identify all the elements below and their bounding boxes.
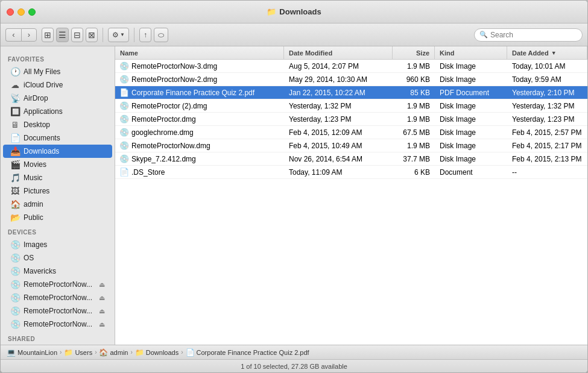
- file-list: 💿 RemoteProctorNow-3.dmg Aug 5, 2014, 2:…: [115, 60, 587, 345]
- sidebar-label-documents: Documents: [24, 134, 60, 142]
- sidebar-item-remoteproctor-2[interactable]: 💿 RemoteProctorNow... ⏏: [3, 291, 112, 304]
- search-box[interactable]: 🔍: [474, 28, 583, 42]
- file-cell-kind: Disk Image: [435, 126, 507, 139]
- sidebar-section-shared: Shared: [1, 331, 115, 345]
- table-row[interactable]: 📄 .DS_Store Today, 11:09 AM 6 KB Documen…: [115, 166, 587, 179]
- breadcrumb-item-2[interactable]: 🏠admin: [99, 348, 128, 357]
- breadcrumb-label-3: Downloads: [146, 349, 179, 356]
- file-name-text: RemoteProctorNow.dmg: [131, 142, 210, 150]
- eject-icon-3[interactable]: ⏏: [99, 307, 105, 315]
- table-row[interactable]: 💿 RemoteProctor.dmg Yesterday, 1:23 PM 1…: [115, 113, 587, 126]
- breadcrumb-label-0: MountainLion: [17, 349, 57, 356]
- col-header-modified[interactable]: Date Modified: [284, 46, 393, 59]
- traffic-lights: [7, 8, 36, 16]
- sidebar-item-desktop[interactable]: 🖥 Desktop: [3, 118, 112, 131]
- sidebar-item-music[interactable]: 🎵 Music: [3, 171, 112, 184]
- sidebar-item-mavericks[interactable]: 💿 Mavericks: [3, 265, 112, 278]
- breadcrumb-separator: ›: [60, 349, 62, 356]
- eject-icon-2[interactable]: ⏏: [99, 294, 105, 302]
- back-button[interactable]: ‹: [5, 28, 21, 42]
- file-cell-size: 85 KB: [393, 86, 435, 99]
- col-header-kind[interactable]: Kind: [435, 46, 507, 59]
- breadcrumb-bar: 💻MountainLion›📁Users›🏠admin›📁Downloads›📄…: [1, 345, 587, 359]
- sidebar-label-images: Images: [24, 240, 47, 249]
- sidebar-item-remoteproctor-4[interactable]: 💿 RemoteProctorNow... ⏏: [3, 318, 112, 331]
- sidebar-item-icloud-drive[interactable]: ☁ iCloud Drive: [3, 78, 112, 92]
- table-row[interactable]: 💿 RemoteProctorNow-2.dmg May 29, 2014, 1…: [115, 73, 587, 86]
- table-row[interactable]: 💿 RemoteProctor (2).dmg Yesterday, 1:32 …: [115, 99, 587, 113]
- sidebar-label-applications: Applications: [24, 107, 63, 116]
- eject-icon-4[interactable]: ⏏: [99, 321, 105, 328]
- sidebar-label-music: Music: [24, 174, 42, 182]
- remoteproctor-2-icon: 💿: [10, 293, 20, 302]
- arrange-icon: ⚙: [112, 31, 119, 39]
- sidebar-item-os[interactable]: 💿 OS: [3, 251, 112, 265]
- sidebar-item-downloads[interactable]: 📥 Downloads: [3, 145, 112, 158]
- breadcrumb-item-0[interactable]: 💻MountainLion: [7, 348, 57, 357]
- sidebar-label-remoteproctor-4: RemoteProctorNow...: [24, 320, 92, 328]
- file-cell-size: 1.9 MB: [393, 113, 435, 125]
- sidebar-item-airdrop[interactable]: 📡 AirDrop: [3, 92, 112, 105]
- forward-button[interactable]: ›: [21, 28, 37, 42]
- sidebar-item-documents[interactable]: 📄 Documents: [3, 131, 112, 145]
- table-row[interactable]: 💿 RemoteProctorNow-3.dmg Aug 5, 2014, 2:…: [115, 60, 587, 73]
- file-cell-modified: Jan 22, 2015, 10:22 AM: [284, 86, 393, 99]
- file-cell-modified: Yesterday, 1:23 PM: [284, 113, 393, 125]
- arrange-button[interactable]: ⚙ ▼: [108, 28, 129, 42]
- window-title: 📁 Downloads: [267, 7, 321, 16]
- desktop-icon: 🖥: [10, 120, 20, 130]
- breadcrumb-item-1[interactable]: 📁Users: [64, 348, 92, 357]
- sidebar: Favorites 🕐 All My Files ☁ iCloud Drive …: [1, 46, 115, 345]
- view-flow-button[interactable]: ⊠: [86, 28, 98, 42]
- sidebar-item-remoteproctor-1[interactable]: 💿 RemoteProctorNow... ⏏: [3, 278, 112, 291]
- breadcrumb-item-4[interactable]: 📄Corporate Finance Practice Quiz 2.pdf: [186, 348, 309, 357]
- status-text: 1 of 10 selected, 27.28 GB available: [241, 363, 347, 370]
- close-button[interactable]: [7, 8, 14, 16]
- minimize-button[interactable]: [17, 8, 25, 16]
- breadcrumb-label-1: Users: [75, 349, 92, 356]
- finder-window: 📁 Downloads ‹ › ⊞ ☰ ⊟ ⊠ ⚙ ▼ ↑ ⬭ 🔍 F: [0, 0, 588, 373]
- tag-button[interactable]: ⬭: [154, 28, 168, 42]
- file-cell-name: 💿 Skype_7.2.412.dmg: [115, 152, 284, 165]
- view-list-button[interactable]: ☰: [56, 28, 69, 42]
- table-row[interactable]: 💿 Skype_7.2.412.dmg Nov 26, 2014, 6:54 A…: [115, 152, 587, 166]
- breadcrumb-label-4: Corporate Finance Practice Quiz 2.pdf: [197, 349, 309, 356]
- sidebar-item-all-my-files[interactable]: 🕐 All My Files: [3, 65, 112, 78]
- file-cell-name: 💿 RemoteProctor (2).dmg: [115, 99, 284, 112]
- table-row[interactable]: 📄 Corporate Finance Practice Quiz 2.pdf …: [115, 86, 587, 99]
- search-input[interactable]: [490, 31, 577, 39]
- file-cell-modified: Feb 4, 2015, 10:49 AM: [284, 139, 393, 152]
- sidebar-item-movies[interactable]: 🎬 Movies: [3, 158, 112, 171]
- sidebar-item-images[interactable]: 💿 Images: [3, 238, 112, 251]
- sidebar-item-pictures[interactable]: 🖼 Pictures: [3, 184, 112, 198]
- share-button[interactable]: ↑: [139, 28, 151, 42]
- file-name-text: googlechrome.dmg: [131, 128, 194, 137]
- sidebar-item-admin[interactable]: 🏠 admin: [3, 198, 112, 211]
- file-cell-name: 💿 RemoteProctor.dmg: [115, 113, 284, 125]
- movies-icon: 🎬: [10, 160, 20, 169]
- col-header-size[interactable]: Size: [393, 46, 435, 59]
- col-header-added[interactable]: Date Added ▼: [507, 46, 587, 59]
- admin-icon: 🏠: [10, 199, 20, 209]
- file-cell-kind: Disk Image: [435, 113, 507, 125]
- table-row[interactable]: 💿 RemoteProctorNow.dmg Feb 4, 2015, 10:4…: [115, 139, 587, 152]
- status-bar: 1 of 10 selected, 27.28 GB available: [1, 359, 587, 372]
- title-text: Downloads: [279, 7, 321, 16]
- breadcrumb-item-3[interactable]: 📁Downloads: [135, 348, 179, 357]
- file-cell-kind: Document: [435, 166, 507, 178]
- file-name-text: Corporate Finance Practice Quiz 2.pdf: [131, 89, 254, 97]
- airdrop-icon: 📡: [10, 93, 20, 103]
- file-cell-name: 📄 .DS_Store: [115, 166, 284, 178]
- view-icon-button[interactable]: ⊞: [42, 28, 54, 42]
- toolbar: ‹ › ⊞ ☰ ⊟ ⊠ ⚙ ▼ ↑ ⬭ 🔍: [1, 24, 587, 46]
- sidebar-item-public[interactable]: 📂 Public: [3, 211, 112, 224]
- col-header-name[interactable]: Name: [115, 46, 284, 59]
- table-row[interactable]: 💿 googlechrome.dmg Feb 4, 2015, 12:09 AM…: [115, 126, 587, 139]
- file-cell-modified: Yesterday, 1:32 PM: [284, 99, 393, 112]
- maximize-button[interactable]: [28, 8, 36, 16]
- view-column-button[interactable]: ⊟: [71, 28, 83, 42]
- sidebar-item-applications[interactable]: 🔲 Applications: [3, 105, 112, 118]
- sidebar-item-remoteproctor-3[interactable]: 💿 RemoteProctorNow... ⏏: [3, 304, 112, 318]
- eject-icon-1[interactable]: ⏏: [99, 281, 105, 289]
- file-cell-added: --: [507, 166, 587, 178]
